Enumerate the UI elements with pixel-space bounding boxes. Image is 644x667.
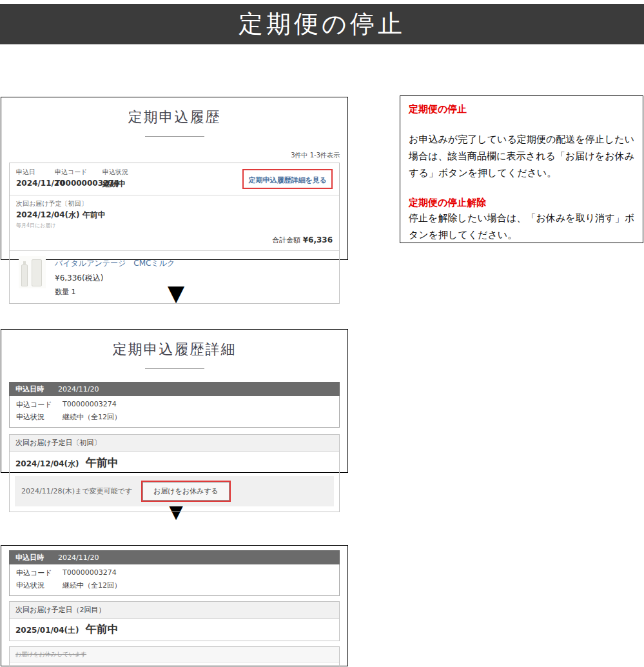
next-delivery-date: 2024/12/04(水) 午前中 — [16, 210, 333, 221]
next-delivery-date: 2025/01/04(土) — [15, 626, 79, 635]
next-delivery-date-row: 2025/01/04(土) 午前中 — [10, 619, 339, 641]
stop-heading: 定期便の停止 — [409, 103, 634, 115]
order-datetime-value: 2024/11/20 — [58, 385, 99, 393]
change-deadline-row: 2024/11/28(木)まで変更可能です お届けをお休みする — [15, 476, 334, 506]
paused-state-panel: 申込日時 2024/11/20 申込コード T00000003274 申込状況 … — [1, 545, 348, 666]
order-status-label: 申込状況 — [16, 412, 63, 422]
next-delivery-section: 次回お届け予定〔初回〕 2024/12/04(水) 午前中 毎月4日にお届け 合… — [10, 195, 339, 251]
col-order-status: 申込状況 — [102, 168, 180, 177]
order-code-value: T00000003274 — [63, 400, 117, 410]
page-title: 定期便の停止 — [239, 8, 405, 41]
result-count: 3件中 1-3件表示 — [1, 137, 347, 163]
order-datetime-bar: 申込日時 2024/11/20 — [9, 382, 340, 396]
order-status-value: 継続中（全12回） — [63, 581, 121, 590]
detail-link-highlight: 定期申込履歴詳細を見る — [242, 169, 333, 189]
next-delivery-label: 次回お届け予定〔初回〕 — [16, 199, 333, 208]
order-code-row: 申込コード T00000003274 — [16, 399, 333, 411]
view-detail-link[interactable]: 定期申込履歴詳細を見る — [248, 176, 327, 184]
bottle-icon — [21, 264, 28, 286]
pause-delivery-button[interactable]: お届けをお休みする — [142, 482, 229, 501]
product-name-link[interactable]: バイタルアンテージ CMCミルク — [55, 259, 175, 268]
order-status-label: 申込状況 — [16, 581, 63, 590]
next-delivery-date-row: 2024/12/04(水) 午前中 — [10, 452, 339, 475]
product-info: バイタルアンテージ CMCミルク ¥6,336(税込) 数量 1 — [55, 256, 175, 297]
order-datetime-label: 申込日時 — [15, 384, 44, 394]
history-detail-panel: 定期申込履歴詳細 申込日時 2024/11/20 申込コード T00000003… — [1, 329, 348, 473]
order-meta-box: 申込コード T00000003274 申込状況 継続中（全12回） — [9, 564, 340, 596]
paused-delivery-header: お届けをお休みしています — [10, 647, 339, 662]
next-delivery-time: 午前中 — [86, 456, 119, 469]
next-delivery-box: 次回お届け予定日（2回目） 2025/01/04(土) 午前中 — [9, 601, 340, 641]
total-label: 合計金額 — [272, 236, 300, 244]
next-delivery-header: 次回お届け予定日〔初回〕 — [10, 435, 339, 452]
order-date-value: 2024/11/20 — [16, 179, 55, 190]
order-code-value: T00000003274 — [55, 179, 102, 190]
order-meta-box: 申込コード T00000003274 申込状況 継続中（全12回） — [9, 396, 340, 428]
order-status-value: 継続中（全12回） — [63, 412, 121, 422]
product-quantity: 数量 1 — [55, 287, 175, 297]
title-divider — [145, 368, 204, 369]
page: 定期便の停止 定期申込履歴 3件中 1-3件表示 申込日 申込コード 申込状況 … — [0, 0, 644, 667]
order-status-row: 申込状況 継続中（全12回） — [16, 411, 333, 423]
col-order-code: 申込コード — [55, 168, 102, 177]
instruction-panel: 定期便の停止 お申込みが完了している定期便の配送を停止したい場合は、該当商品欄に… — [400, 95, 643, 243]
bottle-icon — [32, 259, 42, 286]
detail-title: 定期申込履歴詳細 — [1, 330, 347, 359]
page-banner: 定期便の停止 — [0, 4, 644, 45]
order-code-label: 申込コード — [16, 400, 63, 410]
order-code-value: T00000003274 — [63, 568, 117, 578]
change-deadline-text: 2024/11/28(木)まで変更可能です — [21, 486, 132, 496]
unstop-heading: 定期便の停止解除 — [409, 197, 634, 209]
paused-delivery-date: 2024/12/04(水)午前中 — [10, 662, 339, 667]
order-card-header: 申込日 申込コード 申込状況 2024/11/20 T00000003274 継… — [10, 163, 339, 195]
history-panel: 定期申込履歴 3件中 1-3件表示 申込日 申込コード 申込状況 2024/11… — [1, 97, 348, 260]
order-status-row: 申込状況 継続中（全12回） — [16, 579, 333, 592]
total-row: 合計金額 ¥6,336 — [16, 235, 333, 245]
product-price: ¥6,336(税込) — [55, 273, 175, 284]
total-value: ¥6,336 — [303, 235, 333, 244]
delivery-cycle-note: 毎月4日にお届け — [16, 222, 333, 229]
next-delivery-header: 次回お届け予定日（2回目） — [10, 602, 339, 619]
col-order-date: 申込日 — [16, 168, 55, 177]
order-code-row: 申込コード T00000003274 — [16, 567, 333, 579]
history-title: 定期申込履歴 — [1, 97, 347, 127]
unstop-description: 停止を解除したい場合は、「お休みを取り消す」ボタンを押してください。 — [409, 210, 634, 244]
down-arrow-icon: ▼ — [164, 281, 188, 304]
paused-delivery-box: お届けをお休みしています 2024/12/04(水)午前中 2024/11/28… — [9, 646, 340, 667]
pause-button-highlight: お届けをお休みする — [141, 481, 231, 502]
next-delivery-date: 2024/12/04(水) — [15, 459, 79, 468]
order-datetime-value: 2024/11/20 — [58, 553, 99, 562]
product-thumbnail — [19, 256, 46, 288]
next-delivery-time: 午前中 — [86, 622, 119, 635]
order-datetime-bar: 申込日時 2024/11/20 — [9, 550, 340, 564]
order-datetime-label: 申込日時 — [15, 553, 44, 562]
stop-description: お申込みが完了している定期便の配送を停止したい場合は、該当商品欄に表示される「お… — [409, 132, 634, 181]
order-status-value: 継続中 — [102, 179, 180, 190]
next-delivery-box: 次回お届け予定日〔初回〕 2024/12/04(水) 午前中 2024/11/2… — [9, 434, 340, 512]
order-code-label: 申込コード — [16, 568, 63, 578]
